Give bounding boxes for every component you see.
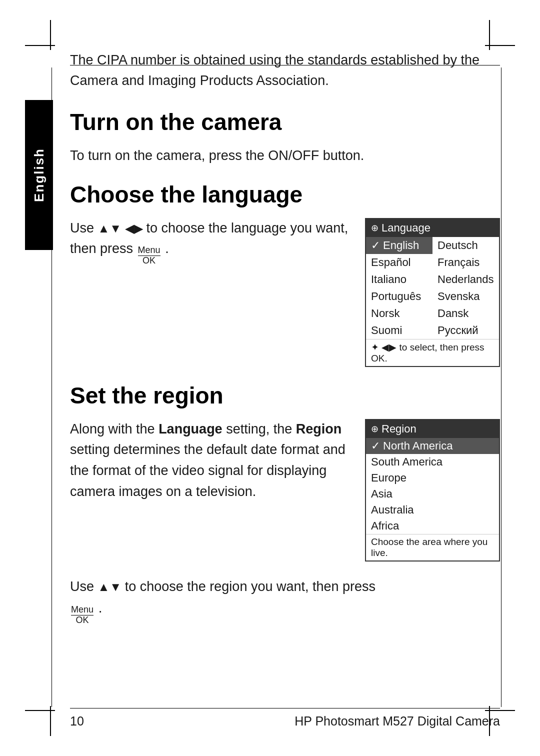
page-number: 10 (70, 714, 84, 728)
region-bottom-dot: . (98, 600, 102, 616)
language-row-1: ✓ English Deutsch (366, 237, 499, 254)
language-item-portugues: Português (366, 288, 432, 305)
region-body-2: setting, the (226, 422, 292, 436)
press-dot: . (165, 241, 169, 256)
turn-on-body: To turn on the camera, press the ON/OFF … (70, 146, 500, 166)
language-item-italiano: Italiano (366, 271, 432, 288)
region-bottom-nav: Use ▲▼ to choose the region you want, th… (70, 576, 500, 598)
region-bold-language: Language (158, 422, 222, 436)
region-item-asia: Asia (366, 486, 499, 502)
corner-mark-tl-h (25, 45, 55, 46)
region-press-bot: OK (76, 616, 89, 626)
region-menu-ok-label: Menu OK (71, 605, 94, 626)
region-menu-footer: Choose the area where you live. (366, 534, 499, 560)
region-bold-region: Region (296, 422, 342, 436)
sidebar-label: English (32, 148, 47, 202)
language-item-russian: Русский (432, 322, 499, 339)
language-heading: Choose the language (70, 181, 500, 208)
language-item-svenska: Svenska (432, 288, 499, 305)
arrow-symbols: ▲▼ ◀▶ (98, 222, 146, 235)
region-bottom-press: Menu OK . (70, 600, 500, 626)
language-item-norsk: Norsk (366, 305, 432, 322)
corner-mark-bl-h (25, 710, 55, 711)
language-menu: ⊕ Language ✓ English Deutsch Español Fra… (365, 218, 500, 367)
region-heading: Set the region (70, 382, 500, 409)
region-col-text: Along with the Language setting, the Reg… (70, 419, 350, 502)
menu-label-bot: OK (142, 256, 156, 266)
footer-title: HP Photosmart M527 Digital Camera (294, 714, 500, 728)
language-instruction: Use ▲▼ ◀▶ to choose the language you wan… (70, 218, 350, 266)
bottom-arrows: ▲▼ (98, 580, 125, 594)
turn-on-heading: Turn on the camera (70, 108, 500, 136)
language-row-2: Español Français (366, 254, 499, 271)
bottom-suffix: to choose the region you want, then pres… (125, 579, 376, 594)
language-item-espanol: Español (366, 254, 432, 271)
language-section: Use ▲▼ ◀▶ to choose the language you wan… (70, 218, 500, 367)
intro-paragraph: The CIPA number is obtained using the st… (70, 50, 500, 90)
globe-icon: ⊕ (371, 222, 378, 234)
right-edge-line (501, 68, 502, 707)
region-item-africa: Africa (366, 518, 499, 534)
region-item-south-america: South America (366, 454, 499, 470)
language-widget: ⊕ Language ✓ English Deutsch Español Fra… (365, 218, 500, 367)
language-row-6: Suomi Русский (366, 322, 499, 339)
bottom-separator-line (70, 708, 500, 708)
language-menu-footer: ✦ ◀▶ to select, then press OK. (366, 339, 499, 366)
language-row-5: Norsk Dansk (366, 305, 499, 322)
language-menu-title: Language (382, 222, 430, 234)
bottom-use-text: Use (70, 579, 94, 594)
page-footer: 10 HP Photosmart M527 Digital Camera (70, 714, 500, 728)
instruction-prefix: Use (70, 220, 94, 236)
region-item-australia: Australia (366, 502, 499, 518)
region-two-col: Along with the Language setting, the Reg… (70, 419, 500, 562)
language-row-4: Português Svenska (366, 288, 499, 305)
language-item-nederlands: Nederlands (432, 271, 499, 288)
corner-mark-tr-h (485, 45, 515, 46)
region-menu: ⊕ Region ✓ North America South America E… (365, 419, 500, 562)
region-section: Set the region Along with the Language s… (70, 382, 500, 626)
language-item-francais: Français (432, 254, 499, 271)
main-content: The CIPA number is obtained using the st… (70, 50, 500, 696)
region-footer-text: Choose the area where you live. (371, 536, 488, 558)
language-menu-title-bar: ⊕ Language (366, 219, 499, 237)
region-widget: ⊕ Region ✓ North America South America E… (365, 419, 500, 562)
language-item-deutsch: Deutsch (432, 237, 499, 254)
language-item-english: ✓ English (366, 237, 432, 254)
region-body-3: setting determines the default date form… (70, 442, 346, 499)
region-press-top: Menu (71, 605, 94, 616)
menu-label-top: Menu (138, 246, 160, 256)
region-globe-icon: ⊕ (371, 424, 378, 434)
region-menu-title-bar: ⊕ Region (366, 420, 499, 438)
menu-ok-button-label: Menu OK (138, 246, 160, 266)
region-item-europe: Europe (366, 470, 499, 486)
region-item-north-america: ✓ North America (366, 438, 499, 454)
region-menu-title: Region (382, 422, 416, 436)
language-footer-text: ✦ ◀▶ to select, then press OK. (371, 342, 484, 364)
language-item-dansk: Dansk (432, 305, 499, 322)
corner-mark-br-h (485, 710, 515, 711)
region-body-1: Along with the (70, 422, 155, 436)
language-row-3: Italiano Nederlands (366, 271, 499, 288)
sidebar-language-tab: English (25, 100, 53, 250)
language-item-suomi: Suomi (366, 322, 432, 339)
